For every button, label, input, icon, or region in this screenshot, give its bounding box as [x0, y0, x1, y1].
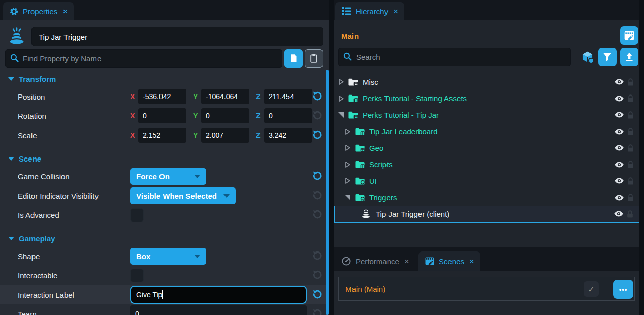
- reset-scale-button[interactable]: [312, 130, 323, 141]
- lock-icon[interactable]: [627, 144, 634, 152]
- eye-icon[interactable]: [614, 110, 624, 120]
- eye-icon[interactable]: [614, 193, 624, 203]
- eye-icon[interactable]: [614, 176, 624, 186]
- find-property-input[interactable]: [5, 49, 282, 68]
- lock-icon[interactable]: [626, 210, 634, 218]
- reset-position-button[interactable]: [312, 91, 323, 102]
- chevron-right-icon[interactable]: [345, 161, 351, 168]
- editor-indicator-visibility-dropdown[interactable]: Visible When Selected: [130, 187, 236, 204]
- tree-item-tip-jar-trigger[interactable]: Tip Jar Trigger (client): [334, 206, 639, 223]
- position-x-input[interactable]: [138, 89, 186, 104]
- properties-body: Transform Position X Y Z Rotation X: [0, 20, 329, 315]
- filter-button[interactable]: [598, 48, 617, 66]
- row-game-collision: Game Collision Force On: [0, 167, 329, 186]
- upload-icon: [624, 51, 635, 62]
- rotation-z-input[interactable]: [264, 108, 312, 123]
- tree-item-tip-jar-leaderboard[interactable]: Tip Jar Leaderboard: [334, 123, 639, 140]
- tab-performance[interactable]: Performance ×: [335, 251, 415, 271]
- section-scene-header[interactable]: Scene: [0, 150, 329, 167]
- close-icon[interactable]: ×: [393, 7, 398, 16]
- undo-icon: [312, 289, 323, 299]
- reset-interactable-button[interactable]: [312, 270, 323, 281]
- tab-properties[interactable]: Properties ×: [3, 2, 74, 20]
- scene-row-main[interactable]: Main (Main) ✓ •••: [338, 277, 635, 301]
- eye-icon[interactable]: [614, 143, 624, 153]
- position-z-input[interactable]: [264, 89, 312, 104]
- rotation-y-input[interactable]: [201, 108, 249, 123]
- interactable-checkbox[interactable]: [130, 269, 144, 282]
- tree-item-perks-tip-jar[interactable]: Perks Tutorial - Tip Jar: [334, 107, 639, 123]
- gear-icon: [9, 7, 19, 16]
- paste-properties-button[interactable]: [305, 49, 323, 68]
- upload-button[interactable]: [620, 48, 638, 66]
- lock-icon[interactable]: [627, 127, 634, 136]
- section-transform-header[interactable]: Transform: [0, 71, 329, 87]
- section-gameplay-header[interactable]: Gameplay: [0, 230, 329, 246]
- chevron-right-icon[interactable]: [338, 78, 344, 85]
- tab-performance-label: Performance: [356, 257, 399, 266]
- eye-icon[interactable]: [614, 93, 624, 104]
- entity-name-input[interactable]: [31, 27, 323, 46]
- game-collision-dropdown[interactable]: Force On: [130, 168, 206, 185]
- undo-icon: [312, 110, 323, 120]
- reset-team-button[interactable]: [312, 308, 323, 315]
- eye-icon[interactable]: [614, 77, 624, 87]
- section-title: Scene: [19, 154, 41, 163]
- close-icon[interactable]: ×: [62, 7, 68, 16]
- tree-item-geo[interactable]: Geo: [334, 140, 639, 156]
- tree-item-misc[interactable]: Misc: [334, 74, 639, 90]
- team-input[interactable]: [130, 305, 307, 315]
- reset-interaction-label-button[interactable]: [312, 289, 323, 300]
- scale-y-input[interactable]: [201, 128, 249, 143]
- chevron-expanded-icon[interactable]: [345, 195, 350, 200]
- chevron-right-icon[interactable]: [338, 95, 344, 102]
- eye-icon[interactable]: [614, 127, 624, 137]
- reset-rotation-button[interactable]: [312, 110, 323, 121]
- chevron-right-icon[interactable]: [345, 177, 351, 184]
- asset-cube-icon[interactable]: [581, 50, 594, 64]
- scene-active-check-button[interactable]: ✓: [584, 281, 599, 297]
- close-icon[interactable]: ×: [404, 257, 409, 266]
- lock-icon[interactable]: [627, 111, 634, 119]
- ellipsis-icon: •••: [619, 286, 628, 293]
- close-icon[interactable]: ×: [469, 257, 474, 266]
- tab-hierarchy[interactable]: Hierarchy ×: [335, 2, 404, 20]
- tree-item-perks-starting-assets[interactable]: Perks Tutorial - Starting Assets: [334, 90, 639, 107]
- scenes-shortcut-button[interactable]: [620, 26, 638, 45]
- text-cursor: [162, 290, 163, 299]
- scale-x-input[interactable]: [138, 128, 186, 143]
- tab-scenes[interactable]: Scenes ×: [418, 251, 480, 271]
- position-y-input[interactable]: [201, 89, 249, 104]
- axis-x-label: X: [130, 112, 138, 120]
- properties-scrollbar[interactable]: [326, 70, 329, 315]
- reset-is-advanced-button[interactable]: [312, 209, 323, 220]
- chevron-expanded-icon[interactable]: [338, 112, 344, 118]
- lock-icon[interactable]: [627, 193, 634, 202]
- scale-z-input[interactable]: [264, 128, 312, 143]
- eye-icon[interactable]: [614, 160, 624, 170]
- interaction-label-input[interactable]: [130, 286, 307, 304]
- chevron-right-icon[interactable]: [345, 144, 351, 151]
- row-scale: Scale X Y Z: [0, 125, 329, 145]
- lock-icon[interactable]: [627, 160, 634, 169]
- is-advanced-checkbox[interactable]: [130, 208, 144, 222]
- reset-game-collision-button[interactable]: [312, 171, 323, 182]
- shape-dropdown[interactable]: Box: [130, 248, 206, 265]
- eye-icon[interactable]: [614, 209, 624, 219]
- tree-item-scripts[interactable]: Scripts: [334, 156, 639, 173]
- reset-shape-button[interactable]: [312, 250, 323, 262]
- folder-cube-icon: [348, 77, 359, 87]
- paste-icon: [309, 53, 319, 64]
- folder-cube-icon: [355, 160, 365, 169]
- tree-item-triggers[interactable]: Triggers: [334, 190, 639, 206]
- lock-icon[interactable]: [627, 177, 634, 185]
- rotation-x-input[interactable]: [138, 108, 186, 123]
- lock-icon[interactable]: [627, 94, 634, 103]
- lock-icon[interactable]: [627, 78, 634, 86]
- chevron-right-icon[interactable]: [345, 128, 351, 135]
- tree-item-ui[interactable]: UI: [334, 173, 639, 190]
- scene-options-button[interactable]: •••: [613, 280, 633, 299]
- reset-editor-indicator-button[interactable]: [312, 190, 323, 201]
- hierarchy-search-input[interactable]: [338, 48, 571, 66]
- copy-properties-button[interactable]: [284, 49, 303, 68]
